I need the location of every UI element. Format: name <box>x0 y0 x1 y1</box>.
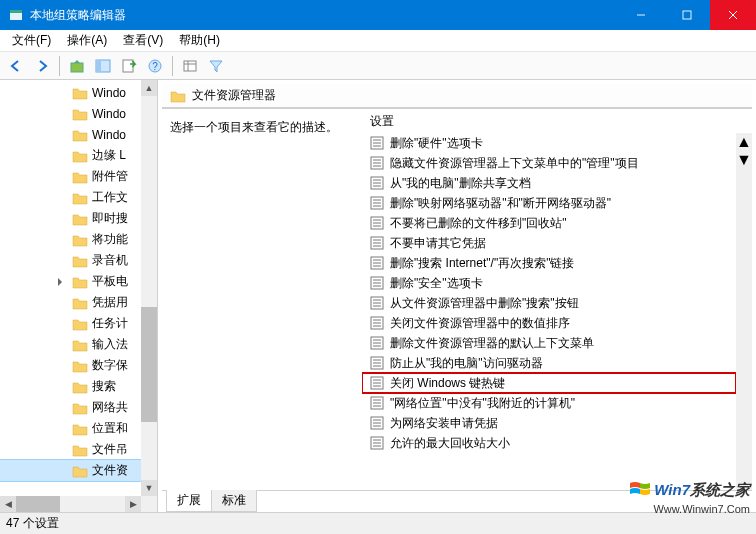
tree-item[interactable]: 凭据用 <box>0 292 141 313</box>
setting-item[interactable]: 删除"映射网络驱动器"和"断开网络驱动器" <box>362 193 736 213</box>
window-title: 本地组策略编辑器 <box>30 7 618 24</box>
tree-item[interactable]: 文件资 <box>0 460 141 481</box>
tree-horizontal-scrollbar[interactable]: ◀ ▶ <box>0 496 141 512</box>
setting-item-label: 防止从"我的电脑"访问驱动器 <box>390 355 543 372</box>
tree-item[interactable]: 边缘 L <box>0 145 141 166</box>
status-text: 47 个设置 <box>6 515 59 532</box>
setting-item[interactable]: 为网络安装申请凭据 <box>362 413 736 433</box>
svg-rect-8 <box>96 60 101 72</box>
details-button[interactable] <box>178 54 202 78</box>
setting-item[interactable]: 关闭 Windows 键热键 <box>362 373 736 393</box>
back-button[interactable] <box>4 54 28 78</box>
tree-item-label: 凭据用 <box>92 294 128 311</box>
setting-item[interactable]: 关闭文件资源管理器中的数值排序 <box>362 313 736 333</box>
tree-pane: WindoWindoWindo边缘 L附件管工作文即时搜将功能录音机平板电凭据用… <box>0 80 158 512</box>
scroll-down-button[interactable]: ▼ <box>736 151 752 169</box>
setting-item-label: 不要申请其它凭据 <box>390 235 486 252</box>
tree-item[interactable]: 数字保 <box>0 355 141 376</box>
close-button[interactable] <box>710 0 756 30</box>
tree-item[interactable]: 输入法 <box>0 334 141 355</box>
tree-item-label: Windo <box>92 86 126 100</box>
settings-list: 设置 删除"硬件"选项卡隐藏文件资源管理器上下文菜单中的"管理"项目从"我的电脑… <box>362 109 752 490</box>
setting-item[interactable]: 隐藏文件资源管理器上下文菜单中的"管理"项目 <box>362 153 736 173</box>
tree-vertical-scrollbar[interactable]: ▲ ▼ <box>141 80 157 496</box>
tab-standard[interactable]: 标准 <box>211 490 257 512</box>
tree-item-label: 任务计 <box>92 315 128 332</box>
setting-item[interactable]: 不要申请其它凭据 <box>362 233 736 253</box>
svg-text:?: ? <box>152 61 158 72</box>
setting-item-label: 从"我的电脑"删除共享文档 <box>390 175 531 192</box>
toolbar: ? <box>0 52 756 80</box>
tree-item-label: 搜索 <box>92 378 116 395</box>
tree-item[interactable]: 将功能 <box>0 229 141 250</box>
scroll-up-button[interactable]: ▲ <box>736 133 752 151</box>
tree-item[interactable]: 网络共 <box>0 397 141 418</box>
scroll-thumb[interactable] <box>141 307 157 422</box>
scroll-thumb[interactable] <box>16 496 60 512</box>
maximize-button[interactable] <box>664 0 710 30</box>
up-button[interactable] <box>65 54 89 78</box>
scroll-down-button[interactable]: ▼ <box>141 480 157 496</box>
setting-item[interactable]: "网络位置"中没有"我附近的计算机" <box>362 393 736 413</box>
details-pane: 文件资源管理器 选择一个项目来查看它的描述。 设置 删除"硬件"选项卡隐藏文件资… <box>158 80 756 512</box>
setting-item[interactable]: 允许的最大回收站大小 <box>362 433 736 453</box>
tree-item[interactable]: 文件吊 <box>0 439 141 460</box>
tree-item[interactable]: 即时搜 <box>0 208 141 229</box>
tree-item-label: 网络共 <box>92 399 128 416</box>
tree-item[interactable]: Windo <box>0 124 141 145</box>
tree-item[interactable]: 位置和 <box>0 418 141 439</box>
svg-rect-6 <box>71 63 83 72</box>
setting-item[interactable]: 防止从"我的电脑"访问驱动器 <box>362 353 736 373</box>
minimize-button[interactable] <box>618 0 664 30</box>
tab-extended[interactable]: 扩展 <box>166 490 212 512</box>
description-text: 选择一个项目来查看它的描述。 <box>170 119 354 136</box>
forward-button[interactable] <box>30 54 54 78</box>
menu-view[interactable]: 查看(V) <box>115 30 171 51</box>
setting-item-label: 删除文件资源管理器的默认上下文菜单 <box>390 335 594 352</box>
tree-item-label: Windo <box>92 107 126 121</box>
tree-item-label: Windo <box>92 128 126 142</box>
tree-item[interactable]: Windo <box>0 103 141 124</box>
svg-rect-12 <box>184 61 196 71</box>
scroll-corner <box>141 496 157 512</box>
help-button[interactable]: ? <box>143 54 167 78</box>
tree-item[interactable]: 任务计 <box>0 313 141 334</box>
description-column: 选择一个项目来查看它的描述。 <box>162 109 362 490</box>
details-header-title: 文件资源管理器 <box>192 87 276 104</box>
tree-item-label: 将功能 <box>92 231 128 248</box>
export-list-button[interactable] <box>117 54 141 78</box>
tree-item[interactable]: 录音机 <box>0 250 141 271</box>
menu-action[interactable]: 操作(A) <box>59 30 115 51</box>
setting-item[interactable]: 删除"安全"选项卡 <box>362 273 736 293</box>
scroll-up-button[interactable]: ▲ <box>141 80 157 96</box>
column-header-setting[interactable]: 设置 <box>362 109 752 133</box>
svg-rect-9 <box>123 60 133 72</box>
setting-item-label: 删除"映射网络驱动器"和"断开网络驱动器" <box>390 195 611 212</box>
list-vertical-scrollbar[interactable]: ▲ ▼ <box>736 133 752 490</box>
tree-item[interactable]: 附件管 <box>0 166 141 187</box>
tree-item[interactable]: 搜索 <box>0 376 141 397</box>
setting-item[interactable]: 删除"搜索 Internet"/"再次搜索"链接 <box>362 253 736 273</box>
menu-help[interactable]: 帮助(H) <box>171 30 228 51</box>
scroll-left-button[interactable]: ◀ <box>0 496 16 512</box>
setting-item[interactable]: 删除文件资源管理器的默认上下文菜单 <box>362 333 736 353</box>
tree-item[interactable]: 平板电 <box>0 271 141 292</box>
statusbar: 47 个设置 <box>0 512 756 534</box>
show-hide-tree-button[interactable] <box>91 54 115 78</box>
setting-item-label: 删除"搜索 Internet"/"再次搜索"链接 <box>390 255 574 272</box>
tree-item[interactable]: 工作文 <box>0 187 141 208</box>
setting-item[interactable]: 从文件资源管理器中删除"搜索"按钮 <box>362 293 736 313</box>
menu-file[interactable]: 文件(F) <box>4 30 59 51</box>
filter-button[interactable] <box>204 54 228 78</box>
setting-item-label: 从文件资源管理器中删除"搜索"按钮 <box>390 295 579 312</box>
setting-item[interactable]: 不要将已删除的文件移到"回收站" <box>362 213 736 233</box>
tree-item-label: 文件吊 <box>92 441 128 458</box>
titlebar: 本地组策略编辑器 <box>0 0 756 30</box>
tree-item[interactable]: Windo <box>0 82 141 103</box>
toolbar-separator <box>172 56 173 76</box>
tree-item-label: 即时搜 <box>92 210 128 227</box>
scroll-right-button[interactable]: ▶ <box>125 496 141 512</box>
setting-item[interactable]: 从"我的电脑"删除共享文档 <box>362 173 736 193</box>
setting-item[interactable]: 删除"硬件"选项卡 <box>362 133 736 153</box>
tree-item-label: 数字保 <box>92 357 128 374</box>
